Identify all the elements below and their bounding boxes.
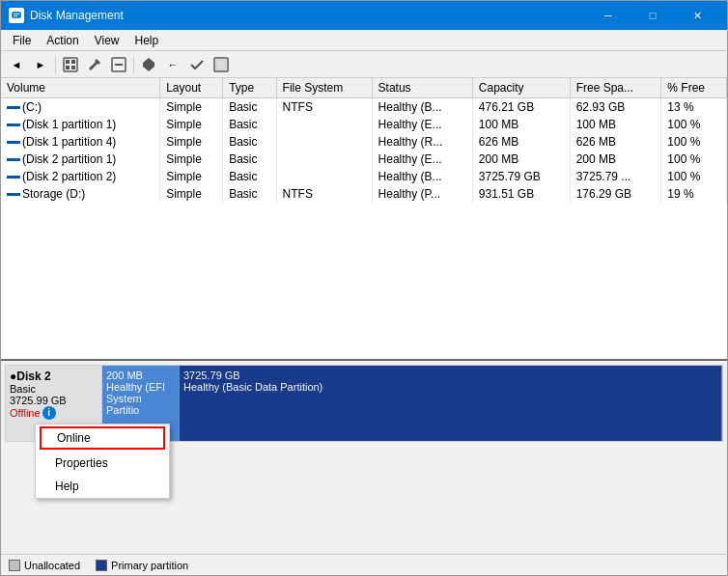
cell-type: Basic [223, 151, 276, 168]
toolbar-separator-1 [55, 56, 56, 73]
disk2-partitions: 200 MB Healthy (EFI System Partitio 3725… [102, 366, 722, 441]
svg-rect-7 [71, 66, 75, 69]
volume-icon [7, 141, 20, 144]
table-row[interactable]: (Disk 1 partition 4) Simple Basic Health… [1, 133, 727, 151]
context-menu-properties[interactable]: Properties [36, 452, 169, 475]
context-menu-online[interactable]: Online [40, 426, 165, 450]
cell-layout: Simple [160, 98, 223, 117]
toolbar-btn-7[interactable] [210, 54, 233, 75]
legend-unallocated-label: Unallocated [24, 560, 80, 571]
volume-icon [7, 123, 20, 126]
toolbar-forward[interactable]: ► [29, 54, 52, 75]
cell-volume: Storage (D:) [1, 185, 160, 203]
toolbar-btn-2[interactable] [83, 54, 106, 75]
cell-pctfree: 100 % [661, 168, 727, 185]
cell-capacity: 626 MB [472, 133, 570, 151]
table-row[interactable]: (Disk 1 partition 1) Simple Basic Health… [1, 116, 727, 133]
context-menu-help[interactable]: Help [36, 475, 169, 498]
svg-rect-5 [71, 60, 75, 64]
cell-free: 100 MB [570, 116, 661, 133]
info-icon[interactable]: i [42, 406, 56, 420]
disk2-name: ●Disk 2 [10, 370, 98, 383]
cell-type: Basic [223, 116, 276, 133]
cell-pctfree: 100 % [661, 116, 727, 133]
menu-view[interactable]: View [87, 32, 127, 49]
minimize-button[interactable]: ─ [586, 1, 630, 30]
window-controls: ─ □ ✕ [586, 1, 719, 30]
col-layout[interactable]: Layout [160, 78, 223, 98]
cell-type: Basic [223, 168, 276, 185]
cell-pctfree: 19 % [661, 185, 727, 203]
cell-layout: Simple [160, 133, 223, 151]
col-freespace[interactable]: Free Spa... [570, 78, 661, 98]
svg-rect-2 [14, 15, 17, 16]
svg-rect-1 [14, 14, 19, 14]
col-volume[interactable]: Volume [1, 78, 160, 98]
col-filesystem[interactable]: File System [276, 78, 372, 98]
cell-filesystem [276, 168, 372, 185]
menu-action[interactable]: Action [39, 32, 86, 49]
col-status[interactable]: Status [372, 78, 472, 98]
disk2-size: 3725.99 GB [10, 395, 98, 406]
disk2-type: Basic [10, 383, 98, 395]
col-type[interactable]: Type [223, 78, 276, 98]
status-bar: Unallocated Primary partition [1, 554, 727, 575]
maximize-button[interactable]: □ [630, 1, 675, 30]
volume-icon [7, 106, 20, 109]
table-row[interactable]: (Disk 2 partition 2) Simple Basic Health… [1, 168, 727, 185]
cell-pctfree: 13 % [661, 98, 727, 117]
volume-icon [7, 193, 20, 196]
svg-rect-10 [143, 63, 154, 67]
disk2-partition2: 3725.79 GB Healthy (Basic Data Partition… [180, 366, 722, 441]
context-menu: Online Properties Help [35, 424, 170, 499]
svg-marker-12 [143, 67, 154, 71]
cell-volume: (Disk 2 partition 2) [1, 168, 160, 185]
cell-filesystem [276, 133, 372, 151]
cell-filesystem: NTFS [276, 185, 372, 203]
cell-volume: (Disk 2 partition 1) [1, 151, 160, 168]
cell-type: Basic [223, 185, 276, 203]
table-row[interactable]: (Disk 2 partition 1) Simple Basic Health… [1, 151, 727, 168]
cell-layout: Simple [160, 168, 223, 185]
volume-icon [7, 158, 20, 161]
cell-status: Healthy (P... [372, 185, 472, 203]
title-bar-left: Disk Management [9, 8, 124, 23]
close-button[interactable]: ✕ [675, 1, 719, 30]
volume-icon [7, 176, 20, 178]
toolbar-btn-3[interactable] [107, 54, 130, 75]
app-icon [9, 8, 24, 23]
col-capacity[interactable]: Capacity [472, 78, 570, 98]
menu-help[interactable]: Help [127, 32, 167, 49]
toolbar-btn-1[interactable] [59, 54, 82, 75]
menu-bar: File Action View Help [1, 30, 727, 51]
legend-primary-box [96, 560, 107, 571]
cell-pctfree: 100 % [661, 151, 727, 168]
cell-filesystem [276, 116, 372, 133]
table-row[interactable]: (C:) Simple Basic NTFS Healthy (B... 476… [1, 98, 727, 117]
cell-volume: (C:) [1, 98, 160, 117]
table-row[interactable]: Storage (D:) Simple Basic NTFS Healthy (… [1, 185, 727, 203]
cell-capacity: 200 MB [472, 151, 570, 168]
cell-capacity: 100 MB [472, 116, 570, 133]
svg-marker-11 [143, 58, 154, 63]
svg-rect-14 [216, 60, 226, 69]
toolbar-btn-5[interactable]: ← [161, 54, 184, 75]
cell-filesystem [276, 151, 372, 168]
cell-volume: (Disk 1 partition 1) [1, 116, 160, 133]
toolbar-back[interactable]: ◄ [5, 54, 28, 75]
cell-filesystem: NTFS [276, 98, 372, 117]
toolbar-btn-4[interactable] [137, 54, 160, 75]
cell-free: 200 MB [570, 151, 661, 168]
volume-table-area[interactable]: Volume Layout Type File System Status Ca… [1, 78, 727, 361]
col-pctfree[interactable]: % Free [661, 78, 727, 98]
legend-unallocated: Unallocated [9, 560, 80, 571]
svg-rect-4 [66, 60, 70, 64]
cell-layout: Simple [160, 116, 223, 133]
main-content: Volume Layout Type File System Status Ca… [1, 78, 727, 575]
menu-file[interactable]: File [5, 32, 39, 49]
cell-status: Healthy (E... [372, 151, 472, 168]
cell-capacity: 931.51 GB [472, 185, 570, 203]
cell-type: Basic [223, 98, 276, 117]
cell-capacity: 3725.79 GB [472, 168, 570, 185]
toolbar-btn-6[interactable] [185, 54, 209, 75]
